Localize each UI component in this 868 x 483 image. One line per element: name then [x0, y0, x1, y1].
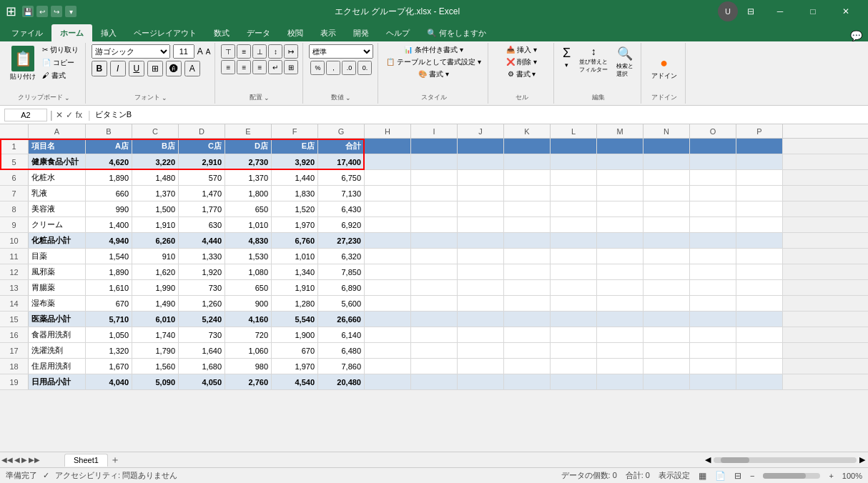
- cell[interactable]: [690, 186, 736, 201]
- cell[interactable]: [411, 327, 458, 342]
- cell[interactable]: [504, 249, 551, 264]
- cell[interactable]: [458, 186, 504, 201]
- cell[interactable]: [736, 217, 783, 232]
- cell[interactable]: 7,850: [318, 264, 365, 279]
- cell[interactable]: [597, 154, 643, 169]
- cell[interactable]: 湿布薬: [29, 296, 86, 311]
- format-cells-btn[interactable]: ⚙ 書式 ▾: [505, 69, 538, 80]
- tab-insert[interactable]: 挿入: [92, 24, 125, 41]
- cell[interactable]: 1,790: [132, 343, 179, 358]
- cell[interactable]: [458, 280, 504, 295]
- cell[interactable]: 1,010: [272, 249, 318, 264]
- font-size-up-icon[interactable]: A: [197, 46, 203, 56]
- cell[interactable]: [551, 186, 597, 201]
- indent-btn[interactable]: ↦: [284, 44, 298, 59]
- cell[interactable]: B店: [132, 139, 179, 154]
- cell[interactable]: 1,640: [179, 343, 225, 358]
- autosum-btn[interactable]: Σ ▾: [560, 44, 573, 70]
- cell[interactable]: [551, 312, 597, 327]
- cell[interactable]: [365, 201, 411, 216]
- cell[interactable]: 3,920: [272, 154, 318, 169]
- cell[interactable]: 4,940: [86, 233, 132, 248]
- zoom-in-btn[interactable]: +: [829, 472, 833, 480]
- cell[interactable]: 570: [179, 170, 225, 185]
- cell[interactable]: 1,280: [272, 296, 318, 311]
- tab-last-btn[interactable]: ▶▶: [29, 456, 40, 464]
- cell[interactable]: [597, 139, 643, 154]
- cell[interactable]: [690, 359, 736, 374]
- col-header-g[interactable]: G: [318, 124, 365, 138]
- cell[interactable]: [736, 312, 783, 327]
- cell[interactable]: 6,750: [318, 170, 365, 185]
- cell[interactable]: 4,620: [86, 154, 132, 169]
- cell[interactable]: 5,710: [86, 312, 132, 327]
- underline-btn[interactable]: U: [129, 61, 144, 76]
- alignment-expand-icon[interactable]: ⌄: [264, 94, 270, 101]
- tab-developer[interactable]: 開発: [345, 24, 378, 41]
- cell[interactable]: [504, 139, 551, 154]
- tab-data[interactable]: データ: [238, 24, 279, 41]
- paste-btn[interactable]: 📋 貼り付け: [7, 44, 39, 83]
- cell[interactable]: 7,130: [318, 186, 365, 201]
- wrap-text-btn[interactable]: ↵: [268, 60, 282, 74]
- cell[interactable]: [458, 264, 504, 279]
- cell[interactable]: 1,500: [132, 201, 179, 216]
- cell[interactable]: [504, 280, 551, 295]
- tab-scroll-left[interactable]: ◀: [705, 455, 711, 464]
- cell[interactable]: 1,770: [179, 201, 225, 216]
- cell[interactable]: [504, 201, 551, 216]
- cell[interactable]: 洗濯洗剤: [29, 343, 86, 358]
- cell[interactable]: 医薬品小計: [29, 312, 86, 327]
- font-size-down-icon[interactable]: A: [206, 48, 211, 56]
- number-format-select[interactable]: 標準: [309, 44, 373, 59]
- cell[interactable]: [690, 374, 736, 389]
- col-header-b[interactable]: B: [86, 124, 132, 138]
- cell[interactable]: [643, 296, 690, 311]
- cell[interactable]: 650: [225, 201, 272, 216]
- cell[interactable]: 660: [86, 186, 132, 201]
- cell[interactable]: [690, 201, 736, 216]
- cell[interactable]: 日用品小計: [29, 374, 86, 389]
- cell[interactable]: 1,340: [272, 264, 318, 279]
- cell[interactable]: 7,860: [318, 359, 365, 374]
- cell[interactable]: [597, 374, 643, 389]
- cell[interactable]: [365, 186, 411, 201]
- addin-btn[interactable]: ● アドイン: [648, 54, 680, 82]
- cell[interactable]: [365, 217, 411, 232]
- cell[interactable]: C店: [179, 139, 225, 154]
- cell[interactable]: [690, 233, 736, 248]
- cell[interactable]: 1,060: [225, 343, 272, 358]
- comma-btn[interactable]: ,: [326, 61, 340, 75]
- cell[interactable]: 4,830: [225, 233, 272, 248]
- cell[interactable]: [411, 359, 458, 374]
- cell[interactable]: [597, 280, 643, 295]
- normal-view-btn[interactable]: ▦: [699, 471, 706, 481]
- tab-file[interactable]: ファイル: [3, 24, 51, 41]
- cell[interactable]: 1,440: [272, 170, 318, 185]
- increase-decimal-btn[interactable]: .0: [342, 61, 356, 75]
- tab-next-btn[interactable]: ▶: [21, 456, 27, 464]
- cell[interactable]: E店: [272, 139, 318, 154]
- cell[interactable]: [690, 217, 736, 232]
- cell[interactable]: [551, 296, 597, 311]
- close-btn[interactable]: ✕: [829, 0, 862, 23]
- cell[interactable]: [458, 201, 504, 216]
- align-center-btn[interactable]: ≡: [237, 60, 251, 74]
- cell[interactable]: D店: [225, 139, 272, 154]
- cell[interactable]: [365, 327, 411, 342]
- cell[interactable]: [458, 312, 504, 327]
- cell[interactable]: 1,480: [132, 170, 179, 185]
- conditional-format-btn[interactable]: 📊 条件付き書式 ▾: [402, 44, 465, 56]
- cell[interactable]: 730: [179, 280, 225, 295]
- view-settings-btn[interactable]: 表示設定: [659, 470, 690, 481]
- insert-cells-btn[interactable]: 📥 挿入 ▾: [504, 44, 539, 56]
- restore-btn[interactable]: □: [797, 0, 829, 23]
- cell[interactable]: 980: [225, 359, 272, 374]
- col-header-n[interactable]: N: [643, 124, 690, 138]
- cell[interactable]: 1,620: [132, 264, 179, 279]
- col-header-p[interactable]: P: [736, 124, 783, 138]
- confirm-formula-icon[interactable]: ✓: [66, 110, 73, 120]
- cell[interactable]: [504, 233, 551, 248]
- cell[interactable]: [551, 280, 597, 295]
- cell[interactable]: 6,320: [318, 249, 365, 264]
